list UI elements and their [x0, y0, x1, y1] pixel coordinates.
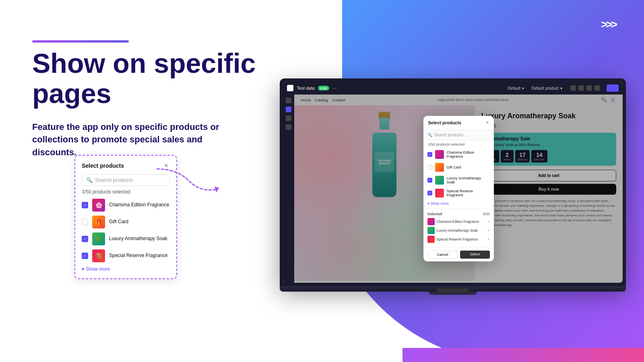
modal-close-button[interactable]: ×	[486, 120, 489, 125]
modal-title: Select products	[428, 120, 462, 125]
modal-checkbox-3[interactable]: ✓	[427, 178, 432, 183]
product-name-3: Luxury Aromatherapy Soak	[109, 236, 167, 242]
modal-thumb-3	[435, 176, 444, 185]
modal-product-item: ✓ Charisma Edition Fragrance	[423, 148, 494, 161]
product-checkbox-3[interactable]: ✓	[82, 236, 88, 242]
show-more-button[interactable]: ▾ Show more	[82, 266, 170, 272]
more-options-icon[interactable]: ···	[332, 85, 337, 91]
selected-item: Special Reserve Fragrance ×	[427, 236, 490, 243]
default2-label: Default product	[531, 86, 559, 90]
side-navigation	[283, 95, 294, 283]
product-name-1: Charisma Edition Fragrance	[109, 202, 169, 208]
selected-item-name: Luxury Aromatherapy Soak	[437, 228, 486, 232]
products-count-label: 3/50 products selected	[82, 189, 170, 195]
modal-checkbox-1[interactable]: ✓	[427, 152, 432, 157]
admin-action-icon[interactable]	[594, 85, 600, 91]
admin-action-icon[interactable]	[578, 85, 584, 91]
product-thumbnail-4: 💐	[92, 249, 105, 262]
selected-item-name: Special Reserve Fragrance	[437, 237, 486, 241]
nav-item[interactable]	[286, 115, 291, 121]
laptop-inner: Test data Live ··· Default ▾ Default pro…	[283, 82, 623, 283]
selected-thumb	[427, 236, 435, 243]
laptop-container: Test data Live ··· Default ▾ Default pro…	[280, 78, 626, 295]
product-name-4: Special Reserve Fragrance	[109, 253, 167, 259]
chevron-down-icon: ▾	[560, 86, 562, 90]
modal-checkbox-4[interactable]: ✓	[427, 191, 432, 195]
modal-item-name-2: Gift Card	[447, 165, 461, 169]
check-icon: ✓	[429, 179, 431, 182]
selected-count: 3/50	[483, 212, 490, 216]
bottom-gradient-bar	[402, 348, 644, 362]
default-selector[interactable]: Default ▾	[508, 86, 524, 90]
checkmark-icon: ✓	[84, 237, 87, 241]
modal-thumb-2	[435, 163, 444, 172]
shopify-icon	[287, 85, 293, 91]
modal-selected-section: Selected 3/50 Charisma Edition Fragrance…	[423, 209, 494, 247]
left-content: Show on specific pages Feature the app o…	[32, 48, 258, 159]
search-box: 🔍 Search products	[82, 174, 170, 186]
laptop-notch	[437, 288, 469, 292]
checkmark-icon: ✓	[84, 204, 87, 207]
default1-label: Default	[508, 86, 520, 90]
show-more-label: Show more	[86, 266, 110, 272]
selected-label: Selected	[427, 212, 442, 216]
product-thumbnail-2: 🎁	[92, 216, 105, 228]
modal-search-placeholder: Search products	[434, 133, 464, 137]
select-products-panel: Select products × 🔍 Search products 3/50…	[74, 155, 177, 279]
modal-cancel-button[interactable]: Cancel	[427, 251, 458, 259]
panel-close-button[interactable]: ×	[163, 162, 170, 169]
product-thumbnail-3: 🌿	[92, 232, 105, 245]
search-input-placeholder: Search products	[95, 177, 133, 183]
default-product-selector[interactable]: Default product ▾	[531, 86, 562, 90]
laptop-base	[280, 286, 626, 292]
select-products-modal: Select products × 🔍 Search products 3/50…	[423, 116, 494, 261]
save-button[interactable]	[607, 84, 619, 92]
product-item: ✓ 🌸 Charisma Edition Fragrance	[82, 199, 170, 212]
modal-item-name-1: Charisma Edition Fragrance	[447, 150, 490, 158]
remove-selected-button[interactable]: ×	[487, 237, 489, 241]
remove-selected-button[interactable]: ×	[487, 220, 489, 224]
product-checkbox-1[interactable]: ✓	[82, 202, 88, 208]
product-checkbox-2[interactable]	[82, 219, 88, 225]
modal-checkbox-2[interactable]	[427, 165, 432, 170]
modal-selected-header: Selected 3/50	[427, 212, 490, 216]
nav-item[interactable]	[286, 98, 291, 103]
modal-overlay: Select products × 🔍 Search products 3/50…	[294, 95, 623, 283]
accent-line	[32, 40, 129, 43]
laptop-stand	[429, 292, 477, 295]
modal-footer: Cancel Select	[423, 247, 494, 261]
admin-action-icon[interactable]	[570, 85, 576, 91]
modal-header: Select products ×	[423, 116, 494, 130]
product-name-2: Gift Card	[109, 219, 128, 225]
chevrons-icon: >>>	[601, 18, 616, 31]
modal-count-label: 3/50 products selected	[423, 140, 494, 148]
modal-item-name-4: Special Reserve Fragrance	[447, 189, 490, 197]
search-icon: 🔍	[427, 133, 432, 137]
nav-item[interactable]	[286, 124, 291, 130]
modal-item-name-3: Luxury Aromatherapy Soak	[447, 176, 490, 184]
modal-search-box[interactable]: 🔍 Search products	[423, 130, 494, 140]
page-subtitle: Feature the app only on specific product…	[32, 121, 242, 159]
admin-action-icon[interactable]	[586, 85, 592, 91]
chevron-down-icon: ▾	[427, 202, 429, 206]
live-badge: Live	[318, 86, 329, 90]
modal-thumb-1	[435, 150, 444, 159]
laptop-screen: Test data Live ··· Default ▾ Default pro…	[280, 78, 626, 286]
chevron-down-icon: ▾	[82, 266, 84, 272]
page-title: Show on specific pages	[32, 48, 258, 109]
nav-item[interactable]	[286, 107, 291, 112]
product-checkbox-4[interactable]: ✓	[82, 253, 88, 259]
selected-thumb	[427, 218, 435, 225]
modal-select-button[interactable]: Select	[460, 251, 490, 259]
product-item: ✓ 🌿 Luxury Aromatherapy Soak	[82, 232, 170, 245]
store-name-label: Test data	[297, 86, 315, 90]
modal-show-more-button[interactable]: ▾ Show more	[423, 200, 494, 209]
search-icon: 🔍	[86, 177, 93, 183]
remove-selected-button[interactable]: ×	[487, 228, 489, 232]
check-icon: ✓	[429, 191, 431, 195]
modal-product-item: ✓ Special Reserve Fragrance	[423, 187, 494, 200]
chevron-down-icon: ▾	[522, 86, 524, 90]
selected-thumb	[427, 227, 435, 234]
panel-title: Select products	[82, 162, 124, 169]
show-more-label: Show more	[431, 202, 449, 206]
